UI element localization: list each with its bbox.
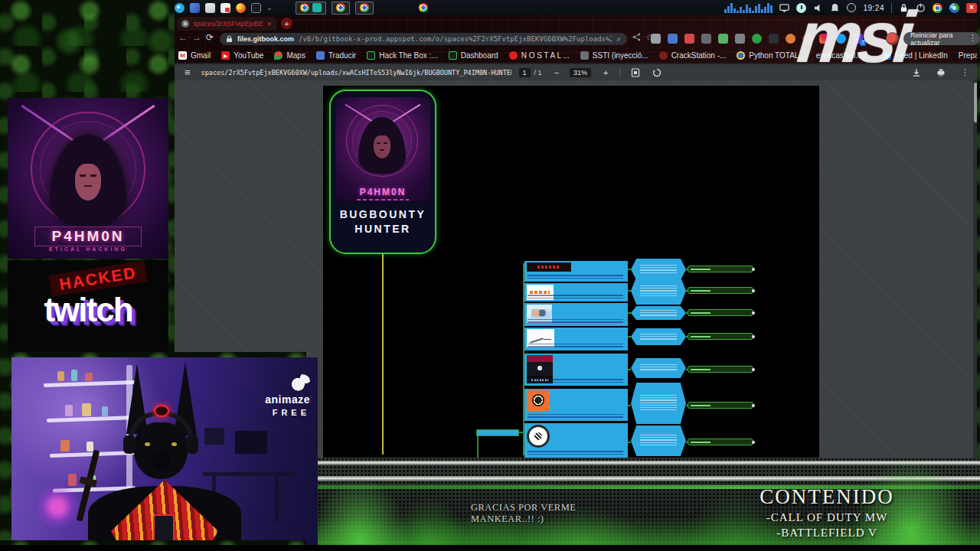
mask-face xyxy=(374,135,390,158)
gmail-icon: M xyxy=(178,51,187,60)
clock-time[interactable]: 19:24 xyxy=(863,4,884,12)
zoom-in-button[interactable]: + xyxy=(603,68,608,77)
active-window-button[interactable] xyxy=(415,2,432,15)
banner-thanks-text: GRACIAS POR VERME MANKEAR..!! :) xyxy=(471,502,616,525)
headphone-earcup xyxy=(123,435,136,454)
share-icon[interactable] xyxy=(632,33,641,43)
profile-extension-icon[interactable] xyxy=(651,34,661,44)
print-icon[interactable] xyxy=(936,68,946,77)
animaze-badge: animaze FREE xyxy=(265,374,310,417)
extension-icon[interactable] xyxy=(802,34,812,44)
zoom-level[interactable]: 31% xyxy=(570,68,591,77)
bugbounty-card: P4HM0N BUGBOUNTY HUNTER xyxy=(329,90,436,254)
zoom-page-icon[interactable]: ⌕ xyxy=(616,34,621,44)
flow-result-bar xyxy=(688,402,753,409)
shield-extension-icon[interactable]: 7 xyxy=(853,34,863,44)
record-icon[interactable] xyxy=(847,3,856,12)
flow-result-bar xyxy=(688,439,753,445)
pdf-menu-icon[interactable]: ≡ xyxy=(185,67,191,78)
linkedin-icon: in xyxy=(883,51,891,60)
app-swirl-icon[interactable] xyxy=(175,3,185,13)
pdf-toolbar: ≡ spaces/2rX5FvtpEjxBEKVG60XW/uploads/xw… xyxy=(172,64,980,80)
extension-icon[interactable] xyxy=(786,34,795,44)
notifications-bell-icon[interactable] xyxy=(830,3,840,13)
chrome-tray-icon[interactable] xyxy=(933,3,942,13)
browser-menu-icon[interactable]: ⋮ xyxy=(969,33,977,43)
window-group-button[interactable] xyxy=(296,2,326,15)
fit-page-icon[interactable] xyxy=(631,68,640,77)
flow-hexagon xyxy=(631,277,686,305)
flow-hexagon xyxy=(631,425,686,456)
map-pin-icon xyxy=(274,51,283,60)
hacker-logo-panel: P4HM0N ETICAL HACKING xyxy=(8,98,168,259)
twitter-bird-icon[interactable] xyxy=(836,34,846,44)
clock-icon[interactable] xyxy=(796,3,806,13)
rotate-icon[interactable] xyxy=(652,68,662,77)
bookmark-traducir[interactable]: Traducir xyxy=(316,51,356,60)
profile-avatar[interactable] xyxy=(886,32,899,45)
camera-extension-icon[interactable] xyxy=(819,34,829,44)
tab-close-icon[interactable]: × xyxy=(267,20,272,28)
banner-heading: CONTENIDO xyxy=(758,485,896,509)
page-number-input[interactable]: 1 xyxy=(519,68,531,77)
card-title-line2: HUNTER xyxy=(331,223,435,235)
window-group-button[interactable] xyxy=(355,2,374,15)
close-icon[interactable]: × xyxy=(966,3,977,13)
flow-box xyxy=(524,261,628,282)
bookmark-dashboard[interactable]: Dashboard xyxy=(449,51,498,60)
bookmark-crackstation[interactable]: CrackStation -... xyxy=(659,51,727,60)
reload-button[interactable]: ⟳ xyxy=(206,33,214,42)
extension-icon[interactable] xyxy=(718,34,728,44)
extension-icon[interactable] xyxy=(684,34,694,44)
bookmark-nostal[interactable]: N O S T A L ... xyxy=(509,51,570,60)
browser-tab[interactable]: spaces/2rX5FvtpEjxBEK... × xyxy=(177,17,276,31)
back-button[interactable]: ← xyxy=(178,33,188,42)
browser-tray-icon[interactable] xyxy=(949,3,959,13)
firefox-icon[interactable] xyxy=(236,3,246,13)
extension-icon[interactable] xyxy=(668,34,678,44)
window-group-button[interactable] xyxy=(332,2,350,15)
crackstation-icon xyxy=(659,51,668,60)
flow-box xyxy=(524,389,628,421)
bookmark-youtube[interactable]: ▶YouTube xyxy=(221,51,263,60)
window-app-icon[interactable] xyxy=(190,3,200,13)
bookmark-maps[interactable]: Maps xyxy=(274,51,305,60)
flow-hexagon xyxy=(631,259,686,280)
file-manager-icon[interactable] xyxy=(205,3,215,13)
power-icon[interactable] xyxy=(916,3,926,13)
bookmark-gmail[interactable]: MGmail xyxy=(178,51,211,60)
bookmark-explicashell[interactable]: explicashell.co... xyxy=(816,51,872,60)
extension-icon[interactable] xyxy=(769,34,779,44)
extension-icon[interactable] xyxy=(701,34,711,44)
flow-result-bar xyxy=(688,266,753,272)
bookmark-linkedin[interactable]: inFeed | LinkedIn xyxy=(883,51,948,60)
forward-button[interactable]: → xyxy=(192,33,201,42)
pdf-more-icon[interactable]: ⋮ xyxy=(961,67,969,77)
banner-content-block: CONTENIDO -CALL OF DUTY MW -BATTLEFIELD … xyxy=(758,485,896,540)
bookmark-python[interactable]: Python TOTAL... xyxy=(737,51,805,60)
zoom-out-button[interactable]: − xyxy=(554,68,559,77)
download-icon[interactable] xyxy=(912,68,921,77)
volume-icon[interactable] xyxy=(813,3,823,13)
page-total: / 1 xyxy=(534,69,542,77)
browser-toolbar: ← → ⟳ files.gitbook.com /v0/b/gitbook-x-… xyxy=(172,31,980,47)
new-tab-button[interactable]: + xyxy=(281,18,292,29)
extension-icon[interactable] xyxy=(752,34,762,44)
system-monitor-graph[interactable] xyxy=(724,2,773,13)
tray-divider xyxy=(891,3,892,13)
extension-icon[interactable] xyxy=(735,34,745,44)
taskbar-app-icons: ⌄ xyxy=(175,0,432,15)
display-icon[interactable] xyxy=(779,3,789,13)
pdf-toolbar-right: ⋮ xyxy=(912,67,969,77)
screenshot-tool-icon[interactable] xyxy=(251,3,261,13)
ssti-icon xyxy=(580,51,589,60)
lock-screen-icon[interactable] xyxy=(899,3,909,13)
bookmark-hackthebox[interactable]: Hack The Box :... xyxy=(367,51,438,60)
document-app-icon[interactable] xyxy=(220,3,230,13)
row-logo-orange xyxy=(527,390,550,411)
url-bar[interactable]: files.gitbook.com /v0/b/gitbook-x-prod.a… xyxy=(220,33,627,45)
flow-box xyxy=(524,328,628,350)
flow-hexagon xyxy=(631,383,686,424)
bookmark-ssti[interactable]: SSTI (inyecció... xyxy=(580,51,648,60)
chevron-down-icon[interactable]: ⌄ xyxy=(266,4,273,11)
